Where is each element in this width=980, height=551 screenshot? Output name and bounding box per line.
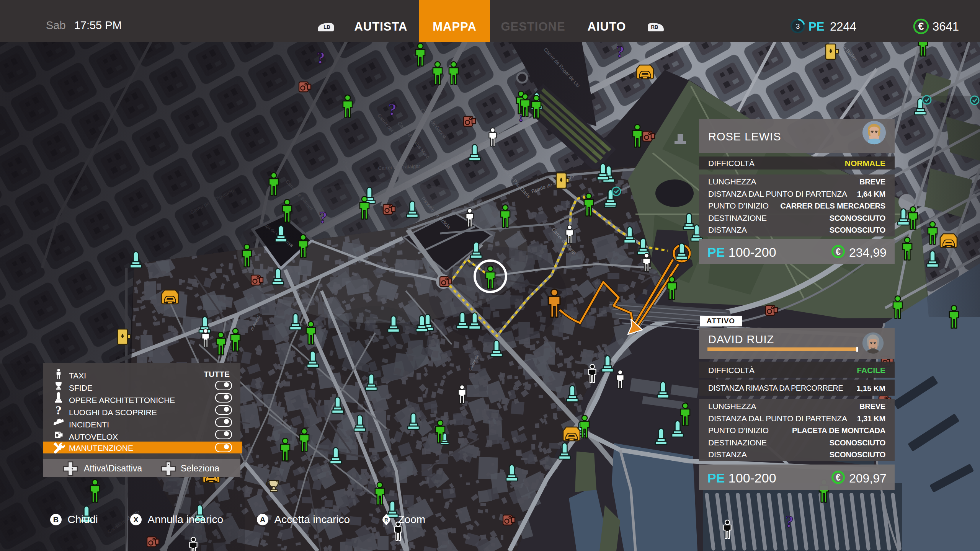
svg-text:€: € [836, 247, 841, 257]
svg-text:R: R [384, 517, 388, 523]
svg-text:RB: RB [651, 24, 658, 30]
svg-text:€: € [918, 21, 924, 32]
svg-text:?: ? [56, 403, 62, 417]
svg-text:LB: LB [323, 24, 330, 30]
svg-text:B: B [53, 515, 59, 524]
svg-text:€: € [836, 473, 841, 483]
svg-text:3: 3 [796, 22, 800, 30]
svg-text:X: X [133, 515, 139, 524]
svg-text:A: A [260, 515, 265, 524]
